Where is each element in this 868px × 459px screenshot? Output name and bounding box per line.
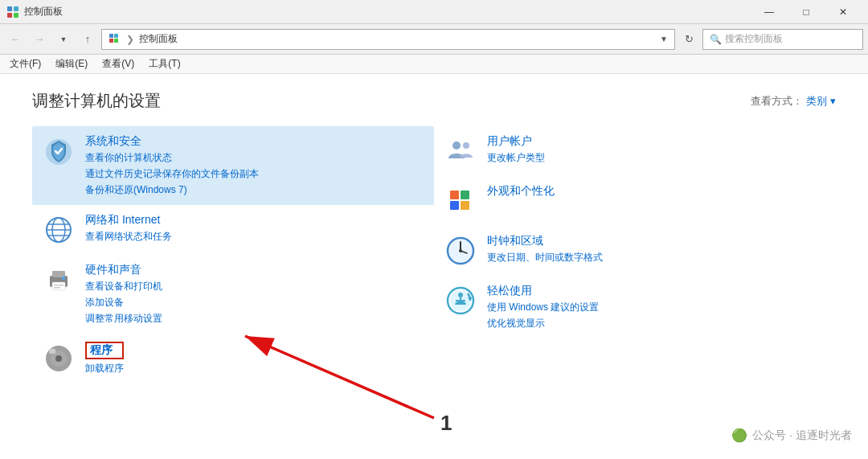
wechat-icon: 🟢 (731, 428, 747, 443)
system-security-link1[interactable]: 查看你的计算机状态 (85, 151, 259, 165)
ease-access-content: 轻松使用 使用 Windows 建议的设置 优化视觉显示 (487, 284, 599, 330)
svg-rect-2 (7, 13, 12, 18)
svg-rect-28 (450, 201, 459, 210)
category-programs[interactable]: 程序 卸载程序 (32, 334, 434, 383)
search-placeholder: 搜索控制面板 (725, 32, 856, 46)
clock-region-title[interactable]: 时钟和区域 (487, 234, 603, 248)
close-button[interactable]: ✕ (825, 0, 862, 24)
svg-rect-18 (54, 287, 60, 289)
address-path: 控制面板 (139, 32, 655, 46)
hardware-link3[interactable]: 调整常用移动设置 (85, 312, 162, 326)
clock-region-link1[interactable]: 更改日期、时间或数字格式 (487, 251, 603, 264)
main-content: 调整计算机的设置 查看方式： 类别 ▾ 系统和安全 (0, 74, 868, 459)
system-security-icon (42, 134, 76, 168)
maximize-button[interactable]: □ (788, 0, 825, 24)
appearance-icon (444, 184, 477, 218)
svg-rect-26 (450, 191, 459, 199)
svg-rect-1 (14, 6, 18, 11)
system-security-link2[interactable]: 通过文件历史记录保存你的文件备份副本 (85, 167, 259, 181)
svg-point-25 (463, 142, 469, 149)
hardware-content: 硬件和声音 查看设备和打印机 添加设备 调整常用移动设置 (85, 263, 162, 326)
titlebar: 控制面板 — □ ✕ (0, 0, 868, 24)
menubar: 文件(F) 编辑(E) 查看(V) 工具(T) (0, 55, 868, 74)
network-link1[interactable]: 查看网络状态和任务 (85, 230, 172, 244)
hardware-title[interactable]: 硬件和声音 (85, 263, 162, 277)
menu-tools[interactable]: 工具(T) (142, 55, 186, 72)
svg-rect-27 (461, 191, 469, 199)
category-appearance[interactable]: 外观和个性化 (434, 176, 836, 226)
titlebar-left: 控制面板 (6, 5, 63, 18)
svg-rect-16 (52, 282, 65, 290)
svg-rect-0 (7, 6, 12, 11)
back-button[interactable]: ← (5, 29, 26, 50)
breadcrumb-home-icon (108, 33, 121, 46)
svg-point-34 (459, 249, 462, 252)
view-mode-label: 查看方式： (751, 94, 803, 109)
hardware-link1[interactable]: 查看设备和打印机 (85, 280, 162, 293)
clock-region-content: 时钟和区域 更改日期、时间或数字格式 (487, 234, 603, 264)
category-system-security[interactable]: 系统和安全 查看你的计算机状态 通过文件历史记录保存你的文件备份副本 备份和还原… (32, 126, 434, 205)
programs-icon (42, 342, 76, 375)
svg-rect-23 (49, 349, 55, 354)
menu-file[interactable]: 文件(F) (3, 55, 47, 72)
programs-title[interactable]: 程序 (85, 342, 124, 359)
category-hardware-sound[interactable]: 硬件和声音 查看设备和打印机 添加设备 调整常用移动设置 (32, 255, 434, 334)
forward-button[interactable]: → (29, 29, 50, 50)
svg-rect-7 (114, 39, 118, 43)
programs-content: 程序 卸载程序 (85, 342, 124, 375)
clock-region-icon (444, 234, 477, 268)
category-clock-region[interactable]: 时钟和区域 更改日期、时间或数字格式 (434, 226, 836, 276)
ease-access-link1[interactable]: 使用 Windows 建议的设置 (487, 301, 599, 314)
category-user-accounts[interactable]: 用户帐户 更改帐户类型 (434, 126, 836, 176)
svg-rect-4 (109, 34, 113, 38)
minimize-button[interactable]: — (751, 0, 788, 24)
user-accounts-title[interactable]: 用户帐户 (487, 134, 545, 149)
svg-rect-15 (52, 271, 65, 277)
svg-rect-5 (114, 34, 118, 38)
svg-rect-3 (14, 13, 18, 18)
page-header: 调整计算机的设置 查看方式： 类别 ▾ (32, 90, 836, 112)
categories-grid: 系统和安全 查看你的计算机状态 通过文件历史记录保存你的文件备份副本 备份和还原… (32, 126, 836, 443)
category-ease-access[interactable]: 轻松使用 使用 Windows 建议的设置 优化视觉显示 (434, 276, 836, 338)
hardware-link2[interactable]: 添加设备 (85, 296, 162, 309)
titlebar-controls: — □ ✕ (751, 0, 862, 24)
titlebar-title: 控制面板 (24, 5, 63, 18)
system-security-title[interactable]: 系统和安全 (85, 134, 259, 149)
user-accounts-link1[interactable]: 更改帐户类型 (487, 151, 545, 165)
programs-link1[interactable]: 卸载程序 (85, 362, 124, 375)
ease-access-link2[interactable]: 优化视觉显示 (487, 317, 599, 330)
view-mode: 查看方式： 类别 ▾ (751, 94, 836, 109)
appearance-title[interactable]: 外观和个性化 (487, 184, 555, 199)
svg-point-22 (55, 355, 62, 362)
network-internet-icon (42, 213, 76, 247)
svg-rect-6 (109, 39, 113, 43)
appearance-content: 外观和个性化 (487, 184, 555, 199)
address-dropdown-icon[interactable]: ▼ (660, 35, 668, 43)
page-title: 调整计算机的设置 (32, 90, 161, 112)
svg-rect-17 (54, 285, 63, 286)
titlebar-app-icon (6, 6, 19, 18)
search-box[interactable]: 🔍 搜索控制面板 (702, 29, 863, 50)
view-mode-value[interactable]: 类别 ▾ (806, 94, 836, 109)
user-accounts-content: 用户帐户 更改帐户类型 (487, 134, 545, 165)
system-security-content: 系统和安全 查看你的计算机状态 通过文件历史记录保存你的文件备份副本 备份和还原… (85, 134, 259, 197)
network-title[interactable]: 网络和 Internet (85, 213, 172, 227)
hardware-sound-icon (42, 263, 76, 297)
svg-rect-29 (461, 201, 469, 210)
menu-view[interactable]: 查看(V) (96, 55, 141, 72)
system-security-link3[interactable]: 备份和还原(Windows 7) (85, 183, 259, 197)
addressbar: ← → ▼ ↑ ❯ 控制面板 ▼ ↻ 🔍 搜索控制面板 (0, 24, 868, 55)
refresh-button[interactable]: ↻ (678, 29, 699, 50)
ease-access-title[interactable]: 轻松使用 (487, 284, 599, 298)
ease-access-icon (444, 284, 477, 318)
search-icon: 🔍 (710, 34, 722, 45)
menu-edit[interactable]: 编辑(E) (49, 55, 94, 72)
up-button[interactable]: ↑ (77, 29, 98, 50)
recent-locations-button[interactable]: ▼ (53, 29, 74, 50)
watermark-text: 公众号 · 追逐时光者 (752, 428, 852, 443)
category-network-internet[interactable]: 网络和 Internet 查看网络状态和任务 (32, 205, 434, 255)
left-column: 系统和安全 查看你的计算机状态 通过文件历史记录保存你的文件备份副本 备份和还原… (32, 126, 434, 443)
user-accounts-icon (444, 134, 477, 168)
watermark: 🟢 公众号 · 追逐时光者 (731, 428, 852, 443)
address-box[interactable]: ❯ 控制面板 ▼ (101, 29, 675, 50)
